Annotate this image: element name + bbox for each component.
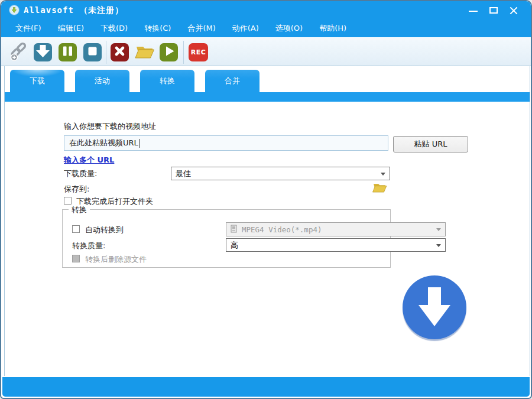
folder-icon	[371, 187, 388, 196]
tab-label: 下载	[30, 76, 45, 86]
active-tab-band	[5, 92, 530, 102]
x-mark-icon	[111, 42, 129, 63]
tab-merge[interactable]: 合并	[205, 70, 259, 92]
arrow-down-icon	[34, 42, 52, 63]
toolbar: REC	[1, 37, 531, 66]
arrow-down-icon	[403, 275, 466, 340]
add-url-button[interactable]	[9, 43, 28, 61]
url-label: 输入你想要下载的视频地址	[64, 121, 156, 132]
toolbar-separator	[106, 41, 106, 64]
text-caret	[140, 139, 140, 148]
convert-quality-value: 高	[231, 240, 238, 251]
convert-groupbox: 转换 自动转换到 MPEG4 Video(*.mp4) 转换质量:	[62, 209, 391, 268]
menu-file[interactable]: 文件(F)	[9, 21, 47, 36]
minimize-button[interactable]	[467, 6, 480, 15]
titlebar: Allavsoft （未注册）	[1, 1, 531, 19]
menu-download[interactable]: 下载(D)	[95, 21, 134, 36]
menu-edit[interactable]: 编辑(E)	[52, 21, 90, 36]
app-logo-icon	[9, 5, 20, 15]
download-quality-select[interactable]: 最佳	[171, 167, 390, 180]
convert-format-value: MPEG4 Video(*.mp4)	[242, 225, 322, 234]
delete-button[interactable]	[111, 43, 129, 61]
stop-icon	[83, 42, 102, 63]
play-button[interactable]	[160, 43, 178, 61]
menu-merge[interactable]: 合并(M)	[181, 21, 221, 36]
multiple-url-link[interactable]: 输入多个 URL	[64, 155, 114, 166]
video-file-icon	[231, 225, 238, 235]
stop-button[interactable]	[83, 43, 102, 61]
auto-convert-label: 自动转换到	[85, 225, 124, 235]
delete-source-checkbox[interactable]	[72, 255, 80, 262]
menu-help[interactable]: 帮助(H)	[313, 21, 352, 36]
open-folder-button[interactable]	[134, 43, 155, 61]
save-to-label: 保存到:	[64, 184, 89, 194]
open-folder-after-download-checkbox[interactable]	[64, 197, 72, 205]
menu-options[interactable]: 选项(O)	[270, 21, 309, 36]
record-button[interactable]: REC	[189, 43, 208, 61]
tab-label: 转换	[160, 76, 175, 86]
paste-url-button[interactable]: 粘贴 URL	[393, 136, 468, 153]
app-window: Allavsoft （未注册） 文件(F) 编辑(E) 下载(D) 转换(C) …	[0, 0, 532, 399]
window-title: Allavsoft （未注册）	[24, 5, 124, 16]
maximize-button[interactable]	[488, 6, 501, 15]
status-bar	[2, 377, 530, 397]
convert-group-title: 转换	[69, 205, 90, 215]
browse-save-folder-button[interactable]	[371, 180, 388, 196]
chevron-down-icon	[436, 228, 441, 231]
close-button[interactable]	[507, 6, 520, 15]
menu-convert[interactable]: 转换(C)	[138, 21, 177, 36]
folder-icon	[134, 42, 155, 63]
convert-quality-select[interactable]: 高	[226, 238, 446, 252]
menubar: 文件(F) 编辑(E) 下载(D) 转换(C) 合并(M) 动作(A) 选项(O…	[1, 19, 531, 37]
tab-convert[interactable]: 转换	[140, 70, 194, 92]
tab-label: 活动	[95, 76, 110, 86]
pause-icon	[59, 42, 77, 63]
convert-format-select[interactable]: MPEG4 Video(*.mp4)	[226, 222, 446, 236]
url-input[interactable]: 在此处粘贴视频URL	[64, 135, 388, 151]
rec-label: REC	[191, 48, 206, 56]
toolbar-separator	[183, 41, 184, 64]
menu-action[interactable]: 动作(A)	[226, 21, 265, 36]
chevron-down-icon	[436, 244, 441, 247]
tabstrip: 下载 活动 转换 合并	[5, 66, 530, 92]
tab-download[interactable]: 下载	[10, 70, 64, 92]
big-download-button[interactable]	[403, 275, 466, 339]
download-quality-value: 最佳	[176, 168, 191, 179]
start-download-button[interactable]	[34, 43, 52, 61]
play-icon	[160, 42, 178, 63]
tab-activity[interactable]: 活动	[75, 70, 129, 92]
paste-url-label: 粘贴 URL	[414, 139, 447, 150]
pause-button[interactable]	[59, 43, 77, 61]
download-quality-label: 下载质量:	[64, 168, 97, 179]
link-plus-icon	[9, 41, 29, 64]
auto-convert-checkbox[interactable]	[72, 225, 80, 233]
convert-quality-label: 转换质量:	[72, 241, 105, 251]
main-frame: 下载 活动 转换 合并 输入你想要下载的视频地址 在此处粘贴视频URL 粘贴 U…	[4, 66, 530, 376]
chevron-down-icon	[381, 173, 385, 176]
url-placeholder: 在此处粘贴视频URL	[69, 138, 138, 148]
download-panel: 输入你想要下载的视频地址 在此处粘贴视频URL 粘贴 URL 输入多个 URL …	[5, 102, 530, 376]
delete-source-label: 转换后删除源文件	[85, 254, 147, 265]
tab-label: 合并	[225, 76, 240, 86]
